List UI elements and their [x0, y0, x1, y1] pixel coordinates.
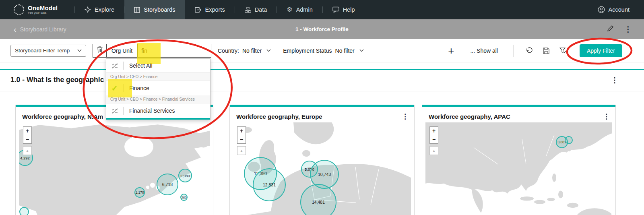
- storyboard-title: 1 - Workforce Profile: [0, 26, 644, 32]
- option-path: Org Unit > CEO > Finance > Financial Ser…: [106, 95, 210, 103]
- chevron-down-icon: [266, 49, 271, 52]
- org-unit-dropdown: Select All Org Unit > CEO > Finance ✓ Fi…: [106, 58, 211, 120]
- add-filter-button[interactable]: +: [446, 45, 456, 56]
- delete-filter-button[interactable]: [93, 44, 107, 57]
- chart-title: Workforce geography, APAC: [429, 113, 510, 120]
- toolbar-divider: [513, 45, 514, 57]
- chart-title: Workforce geography, N.Am: [22, 113, 103, 120]
- nav-item-data[interactable]: Data: [235, 0, 277, 19]
- country-filter-label: Country:: [218, 48, 239, 54]
- section-header: 1.0 - What is the geographic spre ⋮: [0, 69, 644, 91]
- nav-item-storyboards[interactable]: Storyboards: [124, 0, 185, 19]
- bubble-map-europe[interactable]: + − ▲ 12,390 5,070 10,743 12,831 14,481: [233, 122, 411, 215]
- country-filter-value: No filter: [242, 48, 262, 54]
- chart-kebab-menu[interactable]: ⋮: [402, 113, 409, 120]
- pan-up-button[interactable]: ▲: [237, 146, 246, 155]
- back-to-library-link[interactable]: ‹ Storyboard Library: [14, 25, 66, 33]
- back-label: Storyboard Library: [20, 26, 66, 33]
- bubble-value: 10,743: [318, 172, 331, 177]
- org-chart-icon: [245, 7, 251, 13]
- onemodel-logo-icon: [14, 4, 24, 15]
- chart-card-europe: Workforce geography, Europe ⋮ + −: [229, 105, 415, 215]
- section-kebab-menu[interactable]: ⋮: [611, 76, 618, 84]
- nav-item-exports[interactable]: Exports: [185, 0, 234, 19]
- nav-item-admin[interactable]: ⚙ Admin: [277, 0, 322, 19]
- nav-item-label: Admin: [296, 6, 313, 13]
- zoom-in-button[interactable]: +: [237, 126, 246, 135]
- gear-icon: ⚙: [287, 6, 292, 13]
- map-bubble[interactable]: 285: [180, 194, 188, 201]
- bubble-value: 285: [181, 196, 186, 199]
- map-bubble[interactable]: 12,831: [253, 168, 286, 201]
- nav-item-explore[interactable]: Explore: [75, 0, 124, 19]
- employment-status-filter[interactable]: Employment Status No filter: [283, 48, 364, 54]
- account-menu[interactable]: Account: [598, 6, 630, 13]
- top-nav: OneModel free your data Explore Storyboa…: [0, 0, 644, 19]
- undo-button[interactable]: [524, 45, 535, 56]
- back-chevron-icon: ‹: [14, 25, 17, 33]
- country-filter[interactable]: Country: No filter: [218, 48, 271, 54]
- edit-filter-icon-button[interactable]: [558, 45, 568, 56]
- brand-logo[interactable]: OneModel free your data: [14, 4, 58, 15]
- nav-item-help[interactable]: Help: [323, 0, 365, 19]
- bubble-value: 14,481: [312, 200, 325, 205]
- select-all-option[interactable]: Select All: [106, 59, 210, 73]
- section-title: 1.0 - What is the geographic spre: [10, 76, 121, 84]
- storyboard-filter-template-select[interactable]: Storyboard Filter Temp: [10, 45, 86, 57]
- storyboard-grid-icon: [134, 7, 140, 13]
- map-zoom-controls: + − ▲: [23, 126, 32, 155]
- bubble-value: 4,292: [20, 156, 30, 160]
- brand-name: OneModel: [28, 5, 58, 11]
- pan-up-button[interactable]: ▲: [429, 146, 438, 155]
- nav-item-label: Storyboards: [144, 6, 175, 13]
- brand-tagline: free your data: [28, 11, 58, 14]
- check-icon: ✓: [106, 83, 123, 93]
- option-label: Financial Services: [124, 108, 175, 114]
- nav-item-label: Help: [343, 6, 355, 13]
- zoom-in-button[interactable]: +: [23, 126, 32, 135]
- org-unit-search-input[interactable]: fin: [137, 44, 211, 57]
- header-kebab-menu[interactable]: ⋮: [624, 25, 632, 33]
- map-bubble[interactable]: [19, 207, 29, 215]
- cards-row: Workforce geography, N.Am ⋮ + − ▲ 4,29: [15, 105, 644, 215]
- account-person-icon: [598, 6, 605, 13]
- chart-kebab-menu[interactable]: ⋮: [603, 113, 610, 120]
- nav-item-label: Explore: [95, 6, 114, 13]
- option-financial-services[interactable]: Financial Services: [106, 103, 210, 118]
- text-cursor: [148, 47, 149, 54]
- chart-card-nam: Workforce geography, N.Am ⋮ + − ▲ 4,29: [15, 105, 213, 215]
- filter-toolbar: Storyboard Filter Temp Org Unit fin Coun…: [0, 39, 644, 62]
- storyboard-actions: ⋮: [607, 25, 632, 33]
- map-bubble[interactable]: 1,170: [134, 187, 145, 198]
- org-unit-filter: Org Unit fin: [93, 44, 211, 58]
- show-all-filters[interactable]: ... Show all: [470, 48, 497, 54]
- chevron-down-icon: [77, 49, 82, 52]
- select-all-icon: [106, 63, 123, 69]
- pan-up-button[interactable]: ▲: [23, 146, 32, 155]
- option-label: Finance: [124, 85, 149, 91]
- apply-filter-button[interactable]: Apply Filter: [580, 44, 622, 57]
- bubble-value: 2,980: [180, 174, 190, 178]
- export-icon: [195, 7, 201, 13]
- bubble-map-apac[interactable]: + − ▲ 3,001: [425, 122, 612, 215]
- employment-filter-label: Employment Status: [283, 48, 332, 54]
- bubble-value: 12,831: [263, 182, 276, 187]
- zoom-out-button[interactable]: −: [23, 135, 32, 144]
- zoom-out-button[interactable]: −: [237, 135, 246, 144]
- storyboard-header-bar: ‹ Storyboard Library 1 - Workforce Profi…: [0, 19, 644, 39]
- edit-pencil-icon[interactable]: [607, 25, 614, 33]
- zoom-out-button[interactable]: −: [429, 135, 438, 144]
- org-unit-input-value: fin: [141, 48, 147, 54]
- zoom-in-button[interactable]: +: [429, 126, 438, 135]
- map-bubble[interactable]: 2,980: [178, 169, 192, 182]
- bubble-map-nam[interactable]: + − ▲ 4,292 2,980 6,718 1,170 285: [19, 122, 210, 215]
- save-filter-button[interactable]: [541, 45, 551, 56]
- option-finance[interactable]: ✓ Finance: [106, 81, 210, 95]
- map-bubble[interactable]: [565, 136, 573, 144]
- dropdown-accent-bar: [106, 118, 210, 120]
- map-bubble[interactable]: 6,718: [157, 174, 178, 195]
- template-select-label: Storyboard Filter Temp: [15, 48, 70, 54]
- chevron-down-icon: [359, 49, 364, 52]
- account-label: Account: [609, 6, 630, 13]
- app-window: OneModel free your data Explore Storyboa…: [0, 0, 644, 215]
